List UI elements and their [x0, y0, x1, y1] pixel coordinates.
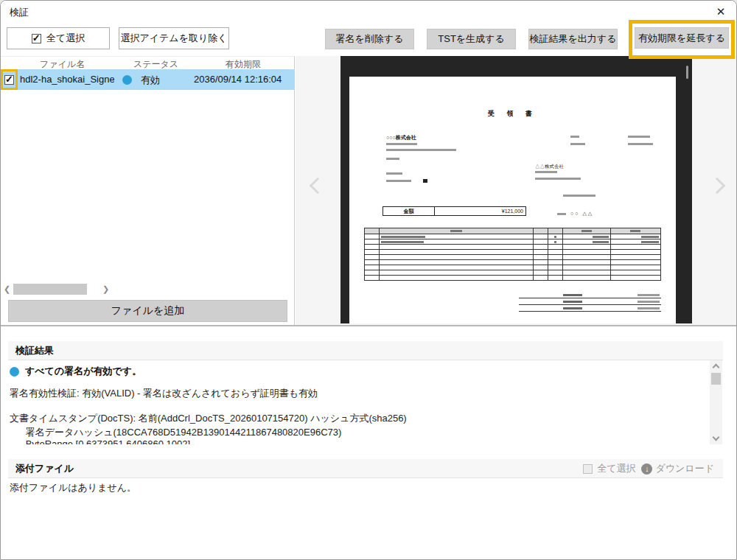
verification-line: 署名データハッシュ(18CCA768D51942B139014421186748…	[10, 426, 341, 439]
remove-selected-label: 選択アイテムを取り除く	[120, 32, 227, 45]
next-page-icon[interactable]	[709, 178, 726, 195]
document-partner: △△株式会社	[535, 164, 564, 170]
placeholder-tel-bar	[563, 195, 595, 197]
attachments-title: 添付ファイル	[15, 462, 74, 475]
select-all-checkbox[interactable]	[32, 34, 41, 43]
placeholder-text-bar	[386, 149, 456, 151]
add-file-button[interactable]: ファイルを追加	[8, 300, 287, 322]
placeholder-text-bar	[386, 172, 402, 175]
window-title: 検証	[10, 6, 29, 19]
amount-box: 金額 ¥121,000	[383, 206, 526, 216]
document-title: 受 領 書	[349, 109, 676, 119]
export-result-button[interactable]: 検証結果を出力する	[528, 29, 618, 49]
placeholder-text-bar	[557, 213, 566, 215]
document-items-table	[364, 228, 661, 281]
extend-expiration-highlight: 有効期限を延長する	[629, 20, 735, 59]
file-list-hscrollbar[interactable]: ❮ ❯	[1, 283, 119, 296]
delete-signature-button[interactable]: 署名を削除する	[325, 29, 414, 49]
vscrollbar-thumb[interactable]	[711, 373, 721, 385]
placeholder-text-bar	[628, 143, 653, 145]
placeholder-text-bar	[535, 178, 581, 180]
verification-line: 署名有効性検証: 有効(VALID) - 署名は改ざんされておらず証明書も有効	[10, 387, 318, 400]
status-dot-icon	[10, 367, 19, 377]
verification-summary: すべての署名が有効です。	[10, 365, 142, 378]
download-icon: ↓	[641, 463, 652, 475]
file-name-cell: hdl2-ha_shokai_Signe	[20, 74, 114, 85]
placeholder-text-bar	[386, 143, 417, 145]
verification-result-body: すべての署名が有効です。 署名有効性検証: 有効(VALID) - 署名は改ざん…	[8, 360, 710, 444]
preview-vscrollbar-thumb[interactable]	[686, 66, 688, 79]
remove-selected-button[interactable]: 選択アイテムを取り除く	[119, 27, 229, 49]
placeholder-text-bar	[628, 136, 650, 138]
amount-value: ¥121,000	[435, 207, 525, 215]
verification-window: 検証 ✕ 全て選択 選択アイテムを取り除く 署名を削除する TSTを生成する 検…	[0, 0, 737, 560]
expires-cell: 2036/09/14 12:16:04	[194, 74, 282, 85]
table-row[interactable]: hdl2-ha_shokai_Signe 有効 2036/09/14 12:16…	[1, 69, 295, 90]
download-label: ダウンロード	[655, 462, 714, 475]
verification-result-title: 検証結果	[15, 344, 54, 357]
preview-viewport[interactable]: 受 領 書 ○○○株式会社 △△株式会社 金額 ¥121,000	[340, 56, 692, 323]
select-all-button[interactable]: 全て選択	[7, 27, 110, 49]
hscrollbar-thumb[interactable]	[13, 284, 87, 295]
document-person: ○○ △△	[570, 211, 593, 217]
status-dot-icon	[122, 75, 132, 85]
placeholder-seal	[423, 179, 427, 183]
verification-line: 文書タイムスタンプ(DocTS): 名前(AddCrl_DocTS_202601…	[10, 412, 407, 425]
generate-tst-label: TSTを生成する	[438, 32, 504, 46]
attachments-select-all-label: 全て選択	[597, 462, 635, 475]
scroll-right-icon[interactable]: ❯	[102, 284, 109, 294]
placeholder-text-bar	[570, 136, 579, 138]
extend-expiration-label: 有効期限を延長する	[638, 32, 725, 45]
placeholder-text-bar	[570, 143, 585, 145]
extend-expiration-button[interactable]: 有効期限を延長する	[635, 27, 729, 49]
document-page: 受 領 書 ○○○株式会社 △△株式会社 金額 ¥121,000	[349, 77, 676, 323]
title-bar: 検証 ✕	[1, 1, 736, 23]
export-result-label: 検証結果を出力する	[530, 32, 617, 46]
attachments-header: 添付ファイル 全て選択 ↓ ダウンロード	[8, 459, 723, 478]
document-company: ○○○株式会社	[386, 134, 416, 141]
placeholder-text-bar	[535, 171, 557, 173]
close-icon[interactable]: ✕	[711, 3, 730, 21]
scroll-up-icon[interactable]	[713, 364, 720, 371]
verification-result-header: 検証結果	[8, 341, 723, 360]
generate-tst-button[interactable]: TSTを生成する	[427, 29, 516, 49]
attachments-empty-message: 添付ファイルはありません。	[10, 481, 136, 494]
verification-vscrollbar[interactable]	[710, 360, 722, 444]
document-totals	[519, 292, 661, 312]
select-all-label: 全て選択	[46, 32, 85, 45]
verification-summary-text: すべての署名が有効です。	[25, 365, 142, 378]
section-divider	[1, 325, 736, 326]
delete-signature-label: 署名を削除する	[336, 32, 404, 46]
scroll-down-icon[interactable]	[713, 434, 720, 441]
status-cell: 有効	[141, 74, 160, 87]
document-preview-panel: 受 領 書 ○○○株式会社 △△株式会社 金額 ¥121,000	[296, 56, 737, 325]
attachments-select-all[interactable]: 全て選択	[583, 462, 635, 475]
attachments-actions: 全て選択 ↓ ダウンロード	[583, 459, 714, 478]
row-checkbox[interactable]	[4, 75, 14, 85]
row-checkbox-highlight	[1, 69, 18, 90]
file-list-panel: ファイル名 ステータス 有効期限 hdl2-ha_shokai_Signe 有効…	[1, 56, 295, 325]
download-button[interactable]: ↓ ダウンロード	[641, 462, 714, 475]
verification-line: ByteRange [0,6373951,6406860,1002]	[10, 438, 190, 444]
add-file-label: ファイルを追加	[111, 304, 185, 318]
scroll-left-icon[interactable]: ❮	[4, 284, 10, 294]
previous-page-icon[interactable]	[310, 178, 326, 195]
placeholder-text-bar	[386, 158, 399, 160]
attachments-select-all-checkbox[interactable]	[583, 464, 593, 474]
amount-label: 金額	[383, 207, 435, 215]
placeholder-text-bar	[386, 180, 411, 182]
